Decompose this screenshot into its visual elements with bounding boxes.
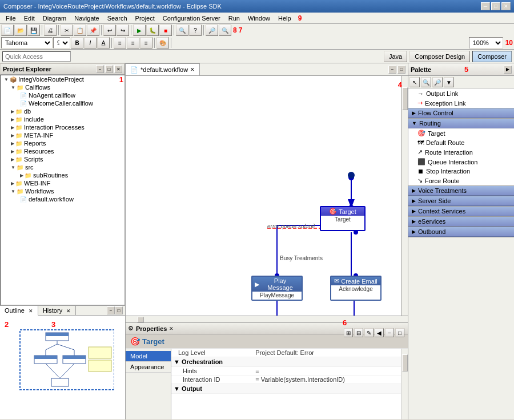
tree-item-include[interactable]: ▶ 📁 include bbox=[1, 115, 125, 123]
tree-item-meta[interactable]: ▶ 📁 META-INF bbox=[1, 131, 125, 139]
align-left-btn[interactable]: ≡ bbox=[114, 37, 126, 49]
palette-section-routing-header[interactable]: ▼ Routing bbox=[408, 119, 514, 128]
redo-btn[interactable]: ↪ bbox=[117, 25, 129, 36]
menu-project[interactable]: Project bbox=[132, 14, 158, 22]
prop-value-loglevel[interactable]: Project Default: Error bbox=[252, 349, 401, 357]
align-center-btn[interactable]: ≡ bbox=[127, 37, 139, 49]
java-btn[interactable]: Java bbox=[384, 51, 407, 62]
tab-history[interactable]: History ✕ bbox=[38, 306, 76, 315]
tree-item-defaultwf[interactable]: 📄 default.workflow bbox=[1, 195, 125, 203]
color-btn[interactable]: 🎨 bbox=[156, 37, 169, 49]
search-btn[interactable]: 🔍 bbox=[176, 25, 188, 36]
prop-value-interactionid[interactable]: ≡ Variable(system.InteractionID) bbox=[252, 375, 401, 384]
align-right-btn[interactable]: ≡ bbox=[140, 37, 152, 49]
history-tab-close[interactable]: ✕ bbox=[66, 308, 71, 314]
workflow-canvas[interactable]: 4 bbox=[126, 76, 408, 316]
tree-item-scripts[interactable]: ▶ 📁 Scripts bbox=[1, 155, 125, 163]
composer-design-btn[interactable]: Composer Design bbox=[409, 51, 470, 62]
zoom-in-btn[interactable]: 🔎 bbox=[206, 25, 218, 36]
copy-btn[interactable]: 📋 bbox=[74, 25, 86, 36]
tree-item-welcomecaller[interactable]: 📄 WelcomeCaller.callflow bbox=[1, 99, 125, 107]
palette-section-eservices-header[interactable]: ▶ eServices bbox=[408, 217, 514, 227]
paste-btn[interactable]: 📌 bbox=[87, 25, 99, 36]
tab-outline[interactable]: Outline ✕ bbox=[0, 306, 38, 316]
open-btn[interactable]: 📂 bbox=[14, 25, 27, 36]
vscroll-thumb[interactable] bbox=[402, 87, 408, 110]
underline-btn[interactable]: A bbox=[97, 37, 110, 49]
node-play-message[interactable]: ▶ Play Message PlayMessage bbox=[251, 276, 303, 301]
help-btn[interactable]: ? bbox=[189, 25, 202, 36]
minimize-button[interactable]: ─ bbox=[481, 2, 490, 10]
prop-vscrollbar[interactable] bbox=[401, 349, 408, 419]
tree-item-workflows[interactable]: ▼ 📁 Workflows bbox=[1, 187, 125, 195]
italic-btn[interactable]: I bbox=[84, 37, 97, 49]
menu-config-server[interactable]: Configuration Server bbox=[159, 14, 224, 22]
palette-dropdown-btn[interactable]: ▼ bbox=[444, 77, 454, 87]
outline-collapse-btn[interactable]: − bbox=[107, 306, 115, 314]
palette-item-route-interaction[interactable]: ↗ Route Interaction bbox=[408, 147, 514, 157]
stop-btn[interactable]: ■ bbox=[159, 25, 172, 36]
composer-btn[interactable]: Composer bbox=[472, 51, 512, 62]
workflow-tab-default[interactable]: 📄 *default.workflow ✕ bbox=[126, 63, 200, 75]
palette-item-target[interactable]: 🎯 Target bbox=[408, 128, 514, 138]
palette-section-context-header[interactable]: ▶ Context Services bbox=[408, 207, 514, 216]
menu-edit[interactable]: Edit bbox=[21, 14, 38, 22]
tree-item-db[interactable]: ▶ 📁 db bbox=[1, 107, 125, 115]
workflow-min-btn[interactable]: − bbox=[388, 66, 396, 74]
close-button[interactable]: ✕ bbox=[501, 2, 511, 10]
new-btn[interactable]: 📄 bbox=[1, 25, 14, 36]
font-size-selector[interactable]: 9 bbox=[53, 37, 70, 49]
workflow-max-btn[interactable]: □ bbox=[397, 66, 405, 74]
debug-btn[interactable]: 🐛 bbox=[146, 25, 159, 36]
collapse-panel-btn[interactable]: − bbox=[96, 65, 104, 73]
palette-item-queue-interaction[interactable]: ⬛ Queue Interaction bbox=[408, 157, 514, 167]
outline-expand-btn[interactable]: □ bbox=[115, 306, 123, 314]
palette-item-exception-link[interactable]: ⇢ Exception Link bbox=[408, 98, 514, 108]
cut-btn[interactable]: ✂ bbox=[61, 25, 73, 36]
menu-run[interactable]: Run bbox=[225, 14, 243, 22]
palette-chevron[interactable]: ▶ bbox=[504, 66, 512, 74]
palette-item-stop-interaction[interactable]: ⏹ Stop Interaction bbox=[408, 167, 514, 176]
close-panel-btn[interactable]: ✕ bbox=[114, 65, 122, 73]
canvas-vscrollbar[interactable] bbox=[401, 76, 408, 316]
menu-help[interactable]: Help bbox=[275, 14, 295, 22]
palette-item-force-route[interactable]: ↘ Force Route bbox=[408, 176, 514, 185]
menu-file[interactable]: File bbox=[2, 14, 19, 22]
tree-item-callflows[interactable]: ▼ 📁 Callflows bbox=[1, 83, 125, 91]
palette-section-server-header[interactable]: ▶ Server Side bbox=[408, 196, 514, 206]
palette-section-voice-header[interactable]: ▶ Voice Treatments bbox=[408, 186, 514, 196]
palette-section-outbound-header[interactable]: ▶ Outbound bbox=[408, 227, 514, 237]
tree-item-noagent[interactable]: 📄 NoAgent.callflow bbox=[1, 91, 125, 99]
hscroll-thumb[interactable] bbox=[137, 317, 144, 322]
palette-zoom-out-btn[interactable]: 🔎 bbox=[432, 77, 443, 87]
palette-zoom-btn[interactable]: 🔍 bbox=[421, 77, 431, 87]
prop-tab-model[interactable]: Model bbox=[126, 351, 171, 362]
menu-search[interactable]: Search bbox=[104, 14, 131, 22]
workflow-tab-close[interactable]: ✕ bbox=[190, 67, 195, 72]
quick-access-input[interactable] bbox=[2, 51, 71, 62]
palette-select-btn[interactable]: ↖ bbox=[409, 77, 420, 87]
tree-item-resources[interactable]: ▶ 📁 Resources bbox=[1, 147, 125, 155]
outline-tab-close[interactable]: ✕ bbox=[29, 308, 33, 314]
node-create-email[interactable]: ✉ Create Email Acknowledge bbox=[330, 276, 382, 301]
expand-panel-btn[interactable]: □ bbox=[105, 65, 113, 73]
zoom-selector[interactable]: 100% bbox=[469, 37, 503, 49]
bold-btn[interactable]: B bbox=[71, 37, 83, 49]
tree-item-webinf[interactable]: ▶ 📁 WEB-INF bbox=[1, 179, 125, 187]
prop-value-hints[interactable]: ≡ bbox=[252, 367, 401, 375]
print-btn[interactable]: 🖨 bbox=[44, 25, 57, 36]
maximize-button[interactable]: □ bbox=[491, 2, 500, 10]
menu-diagram[interactable]: Diagram bbox=[39, 14, 70, 22]
palette-section-flow-control-header[interactable]: ▶ Flow Control bbox=[408, 108, 514, 118]
tree-item-subroutines[interactable]: ▶ 📁 subRoutines bbox=[1, 171, 125, 179]
save-btn[interactable]: 💾 bbox=[27, 25, 40, 36]
undo-btn[interactable]: ↩ bbox=[103, 25, 116, 36]
zoom-out-btn[interactable]: 🔍 bbox=[219, 25, 231, 36]
palette-item-output-link[interactable]: → Output Link bbox=[408, 89, 514, 98]
palette-item-default-route[interactable]: 🗺 Default Route bbox=[408, 138, 514, 147]
node-target[interactable]: 🎯 Target Target bbox=[320, 206, 366, 231]
tree-item-root[interactable]: ▼ 📦 IntegVoiceRouteProject bbox=[1, 75, 125, 83]
tree-item-interaction[interactable]: ▶ 📁 Interaction Processes bbox=[1, 123, 125, 131]
tree-item-src[interactable]: ▼ 📁 src bbox=[1, 163, 125, 171]
prop-scroll-thumb[interactable] bbox=[402, 354, 408, 371]
